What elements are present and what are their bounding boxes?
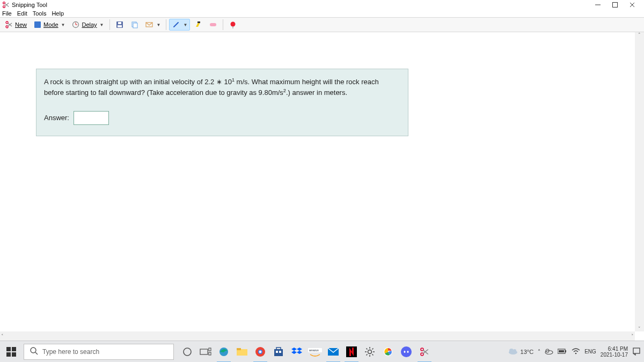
clock-date: 2021-10-17 xyxy=(601,352,628,358)
pen-icon xyxy=(172,20,180,29)
svg-point-66 xyxy=(401,346,412,357)
svg-point-81 xyxy=(575,352,577,354)
svg-rect-35 xyxy=(200,349,208,354)
menu-tools[interactable]: Tools xyxy=(33,10,47,17)
svg-point-43 xyxy=(259,350,262,353)
highlighter-button[interactable] xyxy=(191,19,205,31)
eraser-button[interactable] xyxy=(206,19,220,31)
svg-rect-80 xyxy=(559,350,564,352)
menu-help[interactable]: Help xyxy=(52,10,64,17)
scrollbar-vertical[interactable]: ˄ ˅ xyxy=(635,32,644,331)
svg-line-33 xyxy=(35,352,38,354)
chevron-down-icon: ▼ xyxy=(183,23,187,27)
svg-line-3 xyxy=(5,3,9,6)
question-value: 2.2 ∗ 10 xyxy=(204,78,232,86)
chevron-down-icon: ▼ xyxy=(157,23,161,27)
question-card: A rock is thrown straight up with an ini… xyxy=(36,69,408,136)
chevron-down-icon: ▼ xyxy=(61,23,65,27)
svg-rect-25 xyxy=(210,23,216,26)
svg-point-75 xyxy=(513,349,516,352)
cortana-icon[interactable] xyxy=(178,341,196,363)
start-button[interactable] xyxy=(0,341,23,363)
onedrive-icon[interactable] xyxy=(545,348,553,356)
tray-chevron-icon[interactable]: ˄ xyxy=(538,349,540,354)
mail-icon[interactable] xyxy=(324,341,342,363)
svg-marker-50 xyxy=(291,351,297,354)
delay-button[interactable]: Delay ▼ xyxy=(69,19,106,31)
search-icon xyxy=(30,346,38,357)
notifications-icon[interactable] xyxy=(632,347,641,357)
svg-rect-24 xyxy=(197,21,200,23)
svg-line-64 xyxy=(372,348,374,349)
svg-text:amazon: amazon xyxy=(309,349,319,352)
close-button[interactable] xyxy=(627,1,638,9)
scissors-icon xyxy=(5,20,13,29)
separator xyxy=(223,19,223,30)
discord-icon[interactable] xyxy=(397,341,415,363)
wifi-icon[interactable] xyxy=(572,348,580,356)
edge-icon[interactable] xyxy=(215,341,233,363)
svg-rect-40 xyxy=(237,348,241,350)
scroll-down-icon[interactable]: ˅ xyxy=(638,326,641,331)
menu-edit[interactable]: Edit xyxy=(17,10,27,17)
balloon-icon xyxy=(229,20,237,29)
clock-time: 6:41 PM xyxy=(601,346,628,352)
svg-marker-49 xyxy=(297,348,302,351)
scroll-left-icon[interactable]: ˂ xyxy=(1,334,4,339)
question-text-part: .) answer in meters. xyxy=(286,89,347,97)
dropbox-icon[interactable] xyxy=(288,341,306,363)
scissors-icon xyxy=(2,1,10,9)
store-icon[interactable] xyxy=(269,341,288,363)
chevron-down-icon: ▼ xyxy=(100,23,104,27)
question-text-part: A rock is thrown straight up with an ini… xyxy=(44,78,204,86)
minimize-button[interactable] xyxy=(592,1,603,9)
google-app-icon[interactable] xyxy=(379,341,397,363)
mode-button[interactable]: Mode ▼ xyxy=(31,19,68,31)
chrome-icon[interactable] xyxy=(251,341,269,363)
scroll-right-icon[interactable]: ˃ xyxy=(631,334,634,339)
maximize-button[interactable] xyxy=(610,1,620,9)
explorer-icon[interactable] xyxy=(233,341,251,363)
separator xyxy=(109,19,110,30)
save-button[interactable] xyxy=(113,19,127,31)
svg-rect-79 xyxy=(565,350,566,352)
menu-file[interactable]: File xyxy=(2,10,12,17)
svg-rect-44 xyxy=(274,349,283,356)
email-button[interactable]: ▼ xyxy=(143,19,164,31)
svg-line-22 xyxy=(174,23,178,27)
scroll-up-icon[interactable]: ˄ xyxy=(638,32,641,38)
settings-icon[interactable] xyxy=(361,341,379,363)
taskbar-search[interactable]: Type here to search xyxy=(24,344,174,360)
svg-rect-30 xyxy=(6,352,11,357)
svg-point-68 xyxy=(407,351,409,353)
new-label: New xyxy=(15,21,27,28)
svg-rect-47 xyxy=(279,351,281,353)
svg-marker-23 xyxy=(196,23,200,27)
snipping-tool-icon[interactable] xyxy=(415,341,434,363)
copy-icon xyxy=(130,20,139,29)
question-text: A rock is thrown straight up with an ini… xyxy=(44,77,400,98)
battery-icon[interactable] xyxy=(558,349,567,355)
svg-rect-12 xyxy=(34,21,41,28)
svg-point-67 xyxy=(404,351,406,353)
taskview-icon[interactable] xyxy=(196,341,215,363)
paint3d-button[interactable] xyxy=(226,19,240,31)
scrollbar-horizontal[interactable]: ˂ ˃ xyxy=(0,331,635,341)
language-indicator[interactable]: ENG xyxy=(584,349,596,354)
svg-rect-20 xyxy=(133,23,137,28)
new-button[interactable]: New xyxy=(2,19,30,31)
weather-temp: 13°C xyxy=(521,349,534,355)
svg-point-74 xyxy=(509,349,514,353)
svg-point-34 xyxy=(184,348,191,356)
svg-point-26 xyxy=(231,22,236,27)
app-title: Snipping Tool xyxy=(12,2,47,8)
weather-widget[interactable]: 13°C xyxy=(508,348,534,356)
amazon-icon[interactable]: amazon xyxy=(306,341,324,363)
svg-rect-31 xyxy=(12,352,16,357)
svg-rect-37 xyxy=(209,352,211,355)
answer-input[interactable] xyxy=(74,111,109,125)
copy-button[interactable] xyxy=(128,19,142,31)
netflix-icon[interactable] xyxy=(342,341,361,363)
clock[interactable]: 6:41 PM 2021-10-17 xyxy=(601,346,628,358)
pen-button[interactable]: ▼ xyxy=(169,19,190,31)
